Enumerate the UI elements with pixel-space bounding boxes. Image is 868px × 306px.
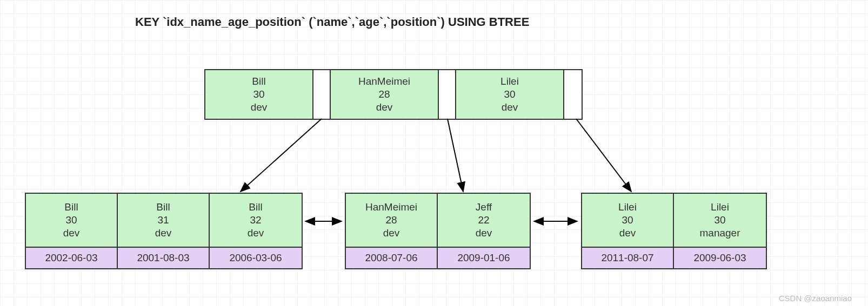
- leaf-date: 2008-07-06: [346, 248, 437, 268]
- leaf-name: Bill: [156, 201, 170, 214]
- leaf-date: 2002-06-03: [26, 248, 117, 268]
- leaf-date: 2006-03-06: [210, 248, 302, 268]
- leaf-key: Bill 32 dev: [210, 194, 302, 248]
- leaf-age: 30: [622, 214, 633, 227]
- leaf-name: Jeff: [476, 201, 492, 214]
- leaf-age: 30: [65, 214, 77, 227]
- leaf-group-2: Lilei 30 dev 2011-08-07 Lilei 30 manager…: [581, 193, 767, 269]
- root-key-0: Bill 30 dev: [205, 70, 313, 119]
- leaf-cell: Bill 30 dev 2002-06-03: [26, 194, 118, 268]
- leaf-position: dev: [63, 227, 80, 240]
- watermark: CSDN @zaoanmiao: [779, 294, 852, 303]
- leaf-cell: HanMeimei 28 dev 2008-07-06: [346, 194, 438, 268]
- leaf-cell: Bill 32 dev 2006-03-06: [210, 194, 302, 268]
- leaf-key: HanMeimei 28 dev: [346, 194, 437, 248]
- leaf-name: Lilei: [618, 201, 637, 214]
- root-key-name: Lilei: [500, 75, 519, 88]
- leaf-date: 2001-08-03: [118, 248, 209, 268]
- root-key-position: dev: [376, 101, 393, 114]
- root-pointer-2: [564, 70, 582, 119]
- leaf-date: 2009-01-06: [438, 248, 530, 268]
- leaf-position: manager: [700, 227, 740, 240]
- leaf-position: dev: [155, 227, 172, 240]
- leaf-key: Jeff 22 dev: [438, 194, 530, 248]
- leaf-cell: Bill 31 dev 2001-08-03: [118, 194, 210, 268]
- root-key-1: HanMeimei 28 dev: [331, 70, 439, 119]
- leaf-name: Bill: [249, 201, 262, 214]
- leaf-group-0: Bill 30 dev 2002-06-03 Bill 31 dev 2001-…: [25, 193, 303, 269]
- svg-line-3: [448, 119, 463, 192]
- root-pointer-0: [313, 70, 331, 119]
- root-key-age: 30: [253, 88, 264, 101]
- leaf-cell: Lilei 30 dev 2011-08-07: [582, 194, 674, 268]
- leaf-key: Bill 31 dev: [118, 194, 209, 248]
- leaf-cell: Lilei 30 manager 2009-06-03: [674, 194, 766, 268]
- leaf-position: dev: [476, 227, 492, 240]
- leaf-name: Lilei: [711, 201, 729, 214]
- leaf-age: 31: [157, 214, 169, 227]
- leaf-group-1: HanMeimei 28 dev 2008-07-06 Jeff 22 dev …: [345, 193, 531, 269]
- root-key-2: Lilei 30 dev: [456, 70, 564, 119]
- leaf-age: 30: [714, 214, 725, 227]
- root-key-age: 28: [378, 88, 390, 101]
- root-node: Bill 30 dev HanMeimei 28 dev Lilei 30 de…: [204, 69, 583, 120]
- root-key-name: Bill: [252, 75, 265, 88]
- leaf-name: HanMeimei: [365, 201, 417, 214]
- leaf-date: 2011-08-07: [582, 248, 673, 268]
- root-key-age: 30: [504, 88, 515, 101]
- svg-line-4: [576, 119, 631, 192]
- leaf-position: dev: [619, 227, 636, 240]
- svg-line-2: [241, 119, 322, 192]
- root-pointer-1: [439, 70, 456, 119]
- leaf-date: 2009-06-03: [674, 248, 766, 268]
- diagram-title: KEY `idx_name_age_position` (`name`,`age…: [135, 15, 529, 29]
- leaf-position: dev: [383, 227, 400, 240]
- leaf-age: 28: [385, 214, 397, 227]
- root-key-position: dev: [251, 101, 268, 114]
- root-key-name: HanMeimei: [358, 75, 410, 88]
- leaf-key: Lilei 30 manager: [674, 194, 766, 248]
- leaf-cell: Jeff 22 dev 2009-01-06: [438, 194, 530, 268]
- leaf-key: Bill 30 dev: [26, 194, 117, 248]
- root-key-position: dev: [502, 101, 518, 114]
- leaf-age: 22: [478, 214, 489, 227]
- leaf-age: 32: [250, 214, 261, 227]
- leaf-position: dev: [248, 227, 264, 240]
- leaf-key: Lilei 30 dev: [582, 194, 673, 248]
- leaf-name: Bill: [64, 201, 78, 214]
